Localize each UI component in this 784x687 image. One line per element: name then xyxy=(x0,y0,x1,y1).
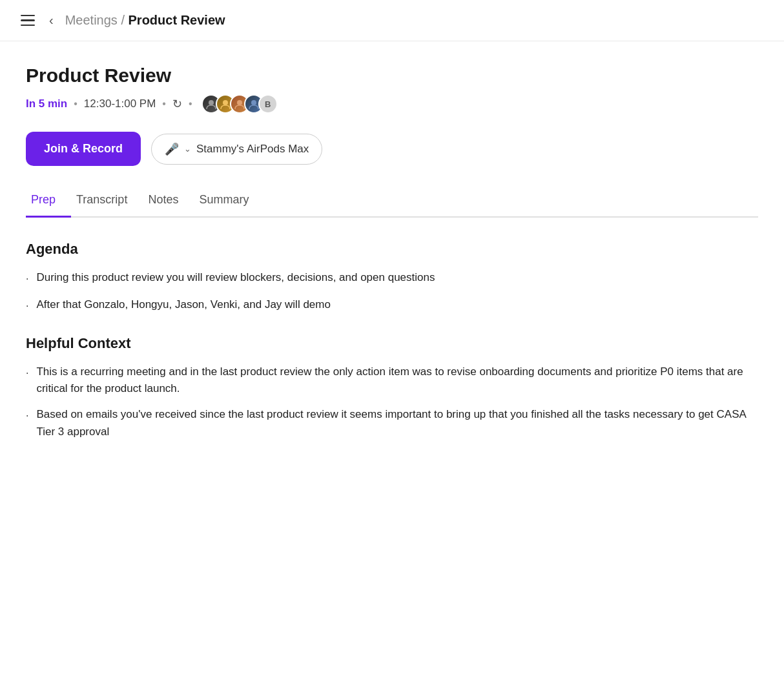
mic-icon: 🎤 xyxy=(165,142,179,156)
back-button[interactable]: ‹ xyxy=(45,12,57,29)
action-row: Join & Record 🎤 ⌄ Stammy's AirPods Max xyxy=(26,132,758,166)
hamburger-menu[interactable] xyxy=(18,12,37,29)
repeat-icon: ↻ xyxy=(172,97,182,111)
list-item: · During this product review you will re… xyxy=(26,269,758,287)
tab-transcript[interactable]: Transcript xyxy=(71,187,143,218)
mic-device-label: Stammy's AirPods Max xyxy=(196,143,309,156)
top-nav: ‹ Meetings / Product Review xyxy=(0,0,784,41)
helpful-context-title: Helpful Context xyxy=(26,335,758,352)
agenda-section: Agenda · During this product review you … xyxy=(26,241,758,314)
agenda-title: Agenda xyxy=(26,241,758,258)
page-title: Product Review xyxy=(26,65,758,87)
helpful-context-list: · This is a recurring meeting and in the… xyxy=(26,364,758,440)
breadcrumb-separator: / xyxy=(121,13,128,27)
time-badge: In 5 min xyxy=(26,97,67,110)
bullet-dot: · xyxy=(26,408,28,424)
mic-selector[interactable]: 🎤 ⌄ Stammy's AirPods Max xyxy=(151,134,322,165)
breadcrumb: Meetings / Product Review xyxy=(65,13,225,28)
list-item: · After that Gonzalo, Hongyu, Jason, Ven… xyxy=(26,296,758,314)
breadcrumb-current: Product Review xyxy=(129,13,225,27)
agenda-item-1: During this product review you will revi… xyxy=(36,269,435,286)
svg-point-1 xyxy=(223,100,228,105)
avatar-b: B xyxy=(258,94,278,114)
meta-dot-1: • xyxy=(74,98,77,110)
context-item-1: This is a recurring meeting and in the l… xyxy=(36,364,758,398)
tabs-row: Prep Transcript Notes Summary xyxy=(26,187,758,218)
helpful-context-section: Helpful Context · This is a recurring me… xyxy=(26,335,758,440)
meta-dot-2: • xyxy=(162,98,166,110)
bullet-dot: · xyxy=(26,271,28,287)
svg-point-3 xyxy=(251,100,256,105)
bullet-dot: · xyxy=(26,365,28,382)
attendee-avatars: B xyxy=(201,94,278,114)
join-record-button[interactable]: Join & Record xyxy=(26,132,141,166)
list-item: · This is a recurring meeting and in the… xyxy=(26,364,758,398)
meta-dot-3: • xyxy=(189,98,192,110)
prep-content: Agenda · During this product review you … xyxy=(26,218,758,440)
context-item-2: Based on emails you've received since th… xyxy=(36,406,758,440)
agenda-list: · During this product review you will re… xyxy=(26,269,758,314)
tab-notes[interactable]: Notes xyxy=(143,187,194,218)
breadcrumb-parent: Meetings xyxy=(65,13,118,27)
tab-summary[interactable]: Summary xyxy=(194,187,264,218)
svg-point-2 xyxy=(237,100,242,105)
meeting-meta: In 5 min • 12:30-1:00 PM • ↻ • xyxy=(26,94,758,114)
tab-prep[interactable]: Prep xyxy=(26,187,71,218)
chevron-down-icon: ⌄ xyxy=(184,144,191,154)
agenda-item-2: After that Gonzalo, Hongyu, Jason, Venki… xyxy=(36,296,330,313)
main-content: Product Review In 5 min • 12:30-1:00 PM … xyxy=(0,41,784,440)
svg-point-0 xyxy=(209,100,214,105)
list-item: · Based on emails you've received since … xyxy=(26,406,758,440)
bullet-dot: · xyxy=(26,298,28,314)
meta-time-range: 12:30-1:00 PM xyxy=(84,97,156,110)
